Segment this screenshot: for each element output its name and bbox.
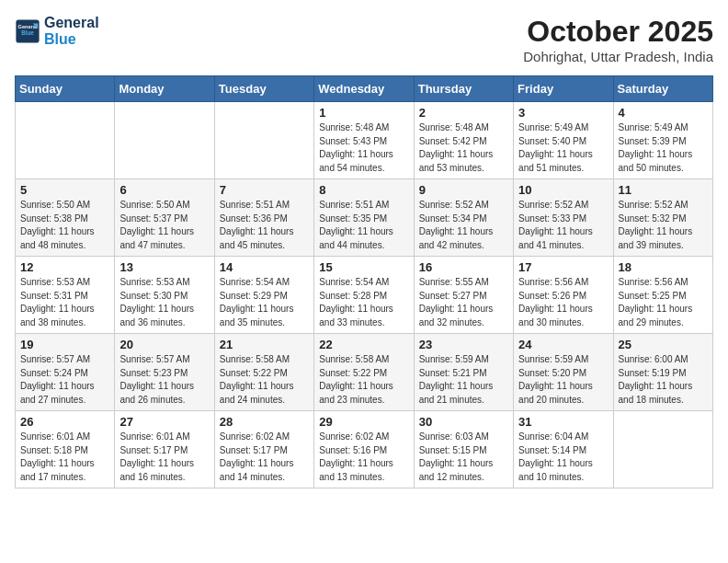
calendar-cell: 10Sunrise: 5:52 AM Sunset: 5:33 PM Dayli… — [514, 179, 613, 257]
day-info: Sunrise: 5:59 AM Sunset: 5:20 PM Dayligh… — [518, 353, 608, 407]
svg-text:Blue: Blue — [21, 29, 34, 36]
day-info: Sunrise: 5:54 AM Sunset: 5:28 PM Dayligh… — [319, 276, 408, 329]
day-info: Sunrise: 6:03 AM Sunset: 5:15 PM Dayligh… — [419, 431, 508, 484]
calendar-cell: 14Sunrise: 5:54 AM Sunset: 5:29 PM Dayli… — [214, 257, 313, 334]
day-number: 15 — [319, 260, 408, 274]
day-number: 16 — [419, 260, 508, 274]
calendar-cell: 19Sunrise: 5:57 AM Sunset: 5:24 PM Dayli… — [16, 334, 115, 411]
day-info: Sunrise: 5:58 AM Sunset: 5:22 PM Dayligh… — [319, 353, 408, 407]
day-info: Sunrise: 5:57 AM Sunset: 5:23 PM Dayligh… — [119, 353, 209, 407]
calendar-cell: 25Sunrise: 6:00 AM Sunset: 5:19 PM Dayli… — [613, 334, 712, 411]
calendar-cell: 13Sunrise: 5:53 AM Sunset: 5:30 PM Dayli… — [115, 257, 214, 334]
day-info: Sunrise: 6:00 AM Sunset: 5:19 PM Dayligh… — [619, 353, 708, 407]
day-number: 25 — [619, 338, 708, 351]
month-title: October 2025 — [523, 15, 713, 49]
day-number: 13 — [119, 260, 209, 274]
day-number: 2 — [419, 106, 508, 120]
calendar-cell: 30Sunrise: 6:03 AM Sunset: 5:15 PM Dayli… — [414, 411, 513, 488]
calendar-week-5: 26Sunrise: 6:01 AM Sunset: 5:18 PM Dayli… — [16, 411, 713, 488]
day-info: Sunrise: 5:56 AM Sunset: 5:25 PM Dayligh… — [619, 276, 708, 329]
day-info: Sunrise: 6:02 AM Sunset: 5:16 PM Dayligh… — [319, 431, 408, 484]
day-number: 19 — [20, 338, 109, 351]
calendar-cell: 3Sunrise: 5:49 AM Sunset: 5:40 PM Daylig… — [514, 102, 613, 179]
calendar-cell: 31Sunrise: 6:04 AM Sunset: 5:14 PM Dayli… — [514, 411, 613, 488]
calendar-cell: 20Sunrise: 5:57 AM Sunset: 5:23 PM Dayli… — [115, 334, 214, 411]
weekday-header-thursday: Thursday — [414, 76, 513, 102]
calendar-cell: 28Sunrise: 6:02 AM Sunset: 5:17 PM Dayli… — [214, 411, 313, 488]
weekday-header-saturday: Saturday — [613, 76, 712, 102]
logo-text-line1: General — [44, 15, 99, 31]
day-info: Sunrise: 5:50 AM Sunset: 5:37 PM Dayligh… — [119, 199, 209, 252]
calendar-week-1: 1Sunrise: 5:48 AM Sunset: 5:43 PM Daylig… — [16, 102, 713, 179]
day-number: 4 — [619, 106, 708, 120]
logo-text-line2: Blue — [44, 31, 99, 48]
day-info: Sunrise: 6:01 AM Sunset: 5:17 PM Dayligh… — [119, 431, 209, 484]
day-info: Sunrise: 5:54 AM Sunset: 5:29 PM Dayligh… — [220, 276, 309, 329]
day-number: 27 — [119, 415, 209, 429]
day-number: 14 — [220, 260, 309, 274]
day-number: 24 — [518, 338, 608, 351]
calendar-cell: 16Sunrise: 5:55 AM Sunset: 5:27 PM Dayli… — [414, 257, 513, 334]
weekday-header-monday: Monday — [115, 76, 214, 102]
day-info: Sunrise: 5:51 AM Sunset: 5:36 PM Dayligh… — [220, 199, 309, 252]
day-number: 5 — [20, 183, 109, 197]
calendar-cell: 8Sunrise: 5:51 AM Sunset: 5:35 PM Daylig… — [314, 179, 414, 257]
calendar-cell: 17Sunrise: 5:56 AM Sunset: 5:26 PM Dayli… — [514, 257, 613, 334]
day-number: 9 — [419, 183, 508, 197]
weekday-header-tuesday: Tuesday — [214, 76, 313, 102]
day-info: Sunrise: 5:48 AM Sunset: 5:43 PM Dayligh… — [319, 121, 408, 175]
calendar-cell: 1Sunrise: 5:48 AM Sunset: 5:43 PM Daylig… — [314, 102, 414, 179]
calendar-cell: 24Sunrise: 5:59 AM Sunset: 5:20 PM Dayli… — [514, 334, 613, 411]
calendar-cell — [613, 411, 712, 488]
title-area: October 2025 Dohrighat, Uttar Pradesh, I… — [523, 15, 713, 64]
day-number: 11 — [619, 183, 708, 197]
day-info: Sunrise: 5:48 AM Sunset: 5:42 PM Dayligh… — [419, 121, 508, 175]
calendar-cell: 6Sunrise: 5:50 AM Sunset: 5:37 PM Daylig… — [115, 179, 214, 257]
day-number: 17 — [518, 260, 608, 274]
calendar-cell: 29Sunrise: 6:02 AM Sunset: 5:16 PM Dayli… — [314, 411, 414, 488]
day-info: Sunrise: 5:49 AM Sunset: 5:39 PM Dayligh… — [619, 121, 708, 175]
page-header: General Blue General Blue October 2025 D… — [15, 15, 713, 64]
day-number: 28 — [220, 415, 309, 429]
day-number: 26 — [20, 415, 109, 429]
day-info: Sunrise: 5:58 AM Sunset: 5:22 PM Dayligh… — [220, 353, 309, 407]
weekday-header-friday: Friday — [514, 76, 613, 102]
calendar-cell: 22Sunrise: 5:58 AM Sunset: 5:22 PM Dayli… — [314, 334, 414, 411]
calendar-cell — [16, 102, 115, 179]
weekday-header-wednesday: Wednesday — [314, 76, 414, 102]
day-info: Sunrise: 5:53 AM Sunset: 5:30 PM Dayligh… — [119, 276, 209, 329]
calendar-cell: 9Sunrise: 5:52 AM Sunset: 5:34 PM Daylig… — [414, 179, 513, 257]
calendar-cell: 27Sunrise: 6:01 AM Sunset: 5:17 PM Dayli… — [115, 411, 214, 488]
day-info: Sunrise: 5:51 AM Sunset: 5:35 PM Dayligh… — [319, 199, 408, 252]
calendar-cell: 23Sunrise: 5:59 AM Sunset: 5:21 PM Dayli… — [414, 334, 513, 411]
day-number: 23 — [419, 338, 508, 351]
calendar-cell: 2Sunrise: 5:48 AM Sunset: 5:42 PM Daylig… — [414, 102, 513, 179]
day-number: 7 — [220, 183, 309, 197]
day-number: 31 — [518, 415, 608, 429]
day-info: Sunrise: 5:52 AM Sunset: 5:34 PM Dayligh… — [419, 199, 508, 252]
day-number: 29 — [319, 415, 408, 429]
calendar-cell: 7Sunrise: 5:51 AM Sunset: 5:36 PM Daylig… — [214, 179, 313, 257]
logo: General Blue General Blue — [15, 15, 99, 47]
day-number: 10 — [518, 183, 608, 197]
day-number: 1 — [319, 106, 408, 120]
day-info: Sunrise: 6:04 AM Sunset: 5:14 PM Dayligh… — [518, 431, 608, 484]
day-info: Sunrise: 5:52 AM Sunset: 5:32 PM Dayligh… — [619, 199, 708, 252]
calendar-cell — [214, 102, 313, 179]
calendar-week-4: 19Sunrise: 5:57 AM Sunset: 5:24 PM Dayli… — [16, 334, 713, 411]
day-number: 18 — [619, 260, 708, 274]
calendar-table: SundayMondayTuesdayWednesdayThursdayFrid… — [15, 75, 713, 488]
calendar-cell: 4Sunrise: 5:49 AM Sunset: 5:39 PM Daylig… — [613, 102, 712, 179]
calendar-week-2: 5Sunrise: 5:50 AM Sunset: 5:38 PM Daylig… — [16, 179, 713, 257]
day-info: Sunrise: 5:59 AM Sunset: 5:21 PM Dayligh… — [419, 353, 508, 407]
calendar-cell: 15Sunrise: 5:54 AM Sunset: 5:28 PM Dayli… — [314, 257, 414, 334]
weekday-header-row: SundayMondayTuesdayWednesdayThursdayFrid… — [16, 76, 713, 102]
calendar-cell: 11Sunrise: 5:52 AM Sunset: 5:32 PM Dayli… — [613, 179, 712, 257]
calendar-cell: 18Sunrise: 5:56 AM Sunset: 5:25 PM Dayli… — [613, 257, 712, 334]
day-info: Sunrise: 6:01 AM Sunset: 5:18 PM Dayligh… — [20, 431, 109, 484]
day-info: Sunrise: 5:53 AM Sunset: 5:31 PM Dayligh… — [20, 276, 109, 329]
day-info: Sunrise: 5:57 AM Sunset: 5:24 PM Dayligh… — [20, 353, 109, 407]
calendar-cell: 12Sunrise: 5:53 AM Sunset: 5:31 PM Dayli… — [16, 257, 115, 334]
logo-icon: General Blue — [15, 18, 40, 44]
day-number: 22 — [319, 338, 408, 351]
